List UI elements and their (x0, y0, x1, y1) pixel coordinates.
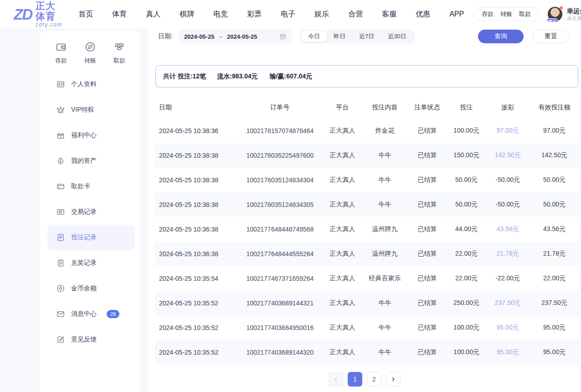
nav-item-2[interactable]: 体育 (103, 10, 136, 19)
nav-item-5[interactable]: 电竞 (204, 10, 237, 19)
cell-platform: 正大真人 (322, 151, 362, 160)
reset-button[interactable]: 重置 (533, 30, 569, 43)
sidebar-item-crown[interactable]: VIP特权 (40, 97, 140, 123)
wallet-actions-pill: 存款转账取款 (473, 7, 539, 21)
nav-item-12[interactable]: APP (440, 10, 473, 18)
nav-item-9[interactable]: 合营 (339, 10, 372, 19)
sidebar-item-coin[interactable]: 金币余额 (40, 276, 140, 301)
page-button-2[interactable]: 2 (367, 372, 381, 387)
cell-content: 经典百家乐 (363, 274, 407, 283)
calendar-icon[interactable] (279, 33, 286, 40)
nav-item-8[interactable]: 娱乐 (305, 10, 339, 19)
user-domain-note: 永久域名: zd (567, 15, 581, 21)
sidebar-item-label: 交易记录 (71, 208, 97, 216)
quick-range-3[interactable]: 近7日 (352, 31, 381, 42)
wallet-action-2[interactable]: 转账 (500, 10, 512, 18)
cell-status: 已结算 (407, 274, 447, 283)
cell-bet: 44.00元 (447, 225, 486, 233)
logo-title: 正大体育 (36, 0, 62, 21)
cell-payout: -22.00元 (485, 274, 530, 283)
quick-action-withdraw[interactable]: 取款 (113, 41, 125, 65)
cell-content: 温州牌九 (363, 225, 407, 233)
cell-platform: 正大真人 (322, 201, 362, 209)
date-separator: ~ (219, 33, 222, 40)
sidebar-item-transaction-list[interactable]: 交易记录 (40, 199, 140, 225)
sidebar-item-label: VIP特权 (71, 106, 94, 114)
sidebar-item-gift[interactable]: 福利中心 (40, 123, 140, 148)
wallet-action-1[interactable]: 存款 (482, 10, 494, 18)
user-name: 幸运金总 (567, 7, 581, 15)
nav-item-10[interactable]: 客服 (372, 10, 406, 19)
filter-row: 日期: 2024-05-25 ~ 2024-05-25 今日昨日近7日近30日 … (148, 28, 581, 44)
crown-icon (56, 105, 65, 114)
sidebar-item-label: 福利中心 (71, 131, 97, 139)
table-row: 2024-05-25 10:35:521002177403689144320正大… (155, 340, 579, 365)
quick-range-2[interactable]: 昨日 (327, 31, 352, 42)
date-label: 日期: (158, 32, 173, 41)
date-range-input[interactable]: 2024-05-25 ~ 2024-05-25 (179, 30, 292, 43)
cell-payout: 142.50元 (485, 151, 530, 160)
sidebar-item-feedback[interactable]: 意见反馈 (40, 327, 140, 352)
next-page-button[interactable] (386, 372, 401, 387)
table-header-cell: 派彩 (485, 103, 530, 112)
quick-action-transfer[interactable]: 转账 (84, 41, 96, 65)
sidebar-item-bet-record[interactable]: 投注记录 (47, 225, 135, 250)
cell-content: 牛牛 (363, 348, 407, 356)
table-header-cell: 日期 (155, 103, 237, 112)
cell-valid: 50.00元 (530, 201, 579, 209)
logo[interactable]: ZD 正大体育 zdty.com (14, 0, 62, 27)
sidebar-item-bank-card[interactable]: 取款卡 (40, 174, 140, 199)
cell-status: 已结算 (407, 225, 447, 233)
sidebar-item-redeem-record[interactable]: 兑奖记录 (40, 250, 140, 276)
prev-page-button[interactable] (329, 372, 343, 387)
nav-item-7[interactable]: 电子 (271, 10, 305, 19)
quick-range-4[interactable]: 近30日 (381, 31, 413, 42)
cell-payout: 97.00元 (485, 127, 530, 135)
cell-content: 牛牛 (363, 176, 407, 184)
quick-action-wallet[interactable]: 存款 (55, 41, 67, 65)
table-header-cell: 平台 (322, 103, 362, 112)
cell-order: 1002177467371659264 (237, 275, 322, 282)
cell-bet: 22.00元 (447, 250, 486, 258)
page-button-1[interactable]: 1 (348, 372, 362, 387)
cell-order: 1002177403689144320 (237, 349, 322, 356)
cell-valid: 43.56元 (530, 225, 579, 233)
cell-payout: -50.00元 (485, 201, 530, 209)
sidebar-item-label: 消息中心 (71, 310, 97, 318)
summary-part-2: 流水:983.04元 (217, 72, 257, 81)
summary-part-1: 共计 投注:12笔 (163, 72, 206, 81)
nav-item-4[interactable]: 棋牌 (170, 10, 204, 19)
chevron-right-icon (390, 376, 396, 382)
cell-bet: 250.00元 (447, 299, 486, 307)
cell-order: 1002177648444555264 (237, 250, 322, 258)
sidebar-item-label: 兑奖记录 (71, 259, 97, 267)
cell-date: 2024-05-25 10:38:36 (155, 127, 237, 134)
nav-item-3[interactable]: 真人 (136, 10, 170, 19)
redeem-record-icon (56, 258, 65, 268)
cell-status: 已结算 (407, 324, 447, 332)
date-to: 2024-05-25 (227, 33, 257, 40)
summary-part-3: 输/赢:607.04元 (270, 72, 312, 81)
user-block[interactable]: VIP 3 幸运金总 永久域名: zd (547, 6, 581, 22)
nav-item-1[interactable]: 首页 (69, 10, 103, 19)
quick-action-label: 存款 (55, 57, 67, 65)
coin-icon (56, 284, 65, 293)
sidebar-item-id-card[interactable]: 个人资料 (40, 72, 140, 97)
quick-range-1[interactable]: 今日 (301, 31, 327, 42)
wallet-action-3[interactable]: 取款 (519, 10, 531, 18)
cell-bet: 100.00元 (447, 127, 486, 135)
table-body: 2024-05-25 10:38:361002178157074878464正大… (155, 119, 579, 365)
nav-item-6[interactable]: 彩票 (237, 10, 271, 19)
avatar-wrap[interactable]: VIP 3 (547, 6, 563, 22)
sidebar-item-mail[interactable]: 消息中心28 (40, 301, 140, 327)
cell-date: 2024-05-25 10:35:54 (155, 275, 237, 282)
date-from: 2024-05-25 (184, 33, 215, 40)
query-button[interactable]: 查询 (478, 30, 524, 43)
id-card-icon (56, 80, 65, 89)
sidebar-item-label: 我的资产 (71, 157, 97, 165)
sidebar-item-label: 金币余额 (71, 284, 97, 293)
nav-item-11[interactable]: 优惠 (406, 10, 440, 19)
cell-status: 已结算 (407, 176, 447, 184)
mail-icon (56, 309, 65, 319)
sidebar-item-assets[interactable]: 我的资产 (40, 148, 140, 174)
